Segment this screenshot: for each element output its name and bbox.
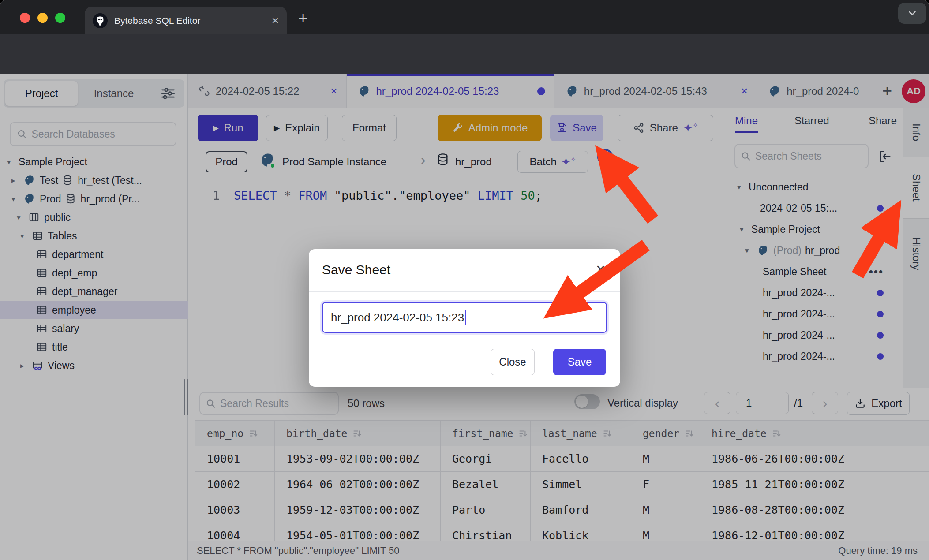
screen: Bytebase SQL Editor × + ← → localhost:80… xyxy=(0,0,929,560)
browser-navbar: ← → localhost:8080/sql-editor/prod-sampl… xyxy=(0,34,929,74)
bytebase-favicon xyxy=(93,13,108,28)
macos-maximize-button[interactable] xyxy=(55,13,65,23)
save-sheet-modal: Save Sheet × hr_prod 2024-02-05 15:23 Cl… xyxy=(309,249,620,387)
modal-save-button[interactable]: Save xyxy=(553,349,606,375)
browser-titlebar: Bytebase SQL Editor × + xyxy=(0,0,929,34)
macos-minimize-button[interactable] xyxy=(37,13,48,23)
browser-tab[interactable]: Bytebase SQL Editor × xyxy=(85,7,287,34)
modal-close-button[interactable]: Close xyxy=(491,349,535,375)
modal-title: Save Sheet xyxy=(322,262,390,277)
save-button-label: Save xyxy=(568,356,592,368)
modal-close-icon[interactable]: × xyxy=(596,261,605,277)
new-browser-tab-button[interactable]: + xyxy=(298,10,308,26)
close-button-label: Close xyxy=(499,356,526,368)
modal-divider xyxy=(309,291,620,292)
tab-search-button[interactable] xyxy=(898,3,926,24)
sheet-name-input[interactable]: hr_prod 2024-02-05 15:23 xyxy=(322,302,607,333)
browser-tab-title: Bytebase SQL Editor xyxy=(114,15,272,26)
text-caret xyxy=(465,310,466,325)
sheet-name-value: hr_prod 2024-02-05 15:23 xyxy=(331,311,464,325)
browser-tab-close-icon[interactable]: × xyxy=(272,15,279,27)
chevron-down-icon xyxy=(907,7,918,19)
macos-close-button[interactable] xyxy=(20,13,30,23)
